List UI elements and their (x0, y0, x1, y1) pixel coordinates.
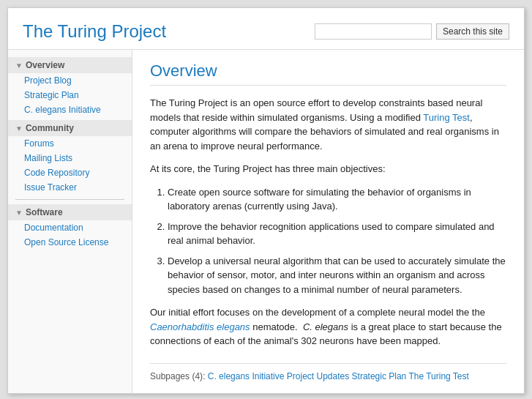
expand-arrow-overview: ▼ (15, 61, 23, 70)
page-container: The Turing Project Search this site ▼ Ov… (7, 7, 525, 394)
sidebar-item-project-blog[interactable]: Project Blog (8, 73, 132, 88)
sidebar-item-issue-tracker[interactable]: Issue Tracker (8, 180, 132, 195)
objective-2: Improve the behavior recognition applica… (168, 220, 506, 248)
subpage-strategic-plan[interactable]: Strategic Plan (352, 371, 407, 381)
sidebar-section-community: ▼ Community Forums Mailing Lists Code Re… (8, 120, 132, 195)
sidebar-item-code-repository[interactable]: Code Repository (8, 165, 132, 180)
main-content: Overview The Turing Project is an open s… (132, 50, 524, 393)
page-heading: Overview (150, 61, 506, 86)
objectives-list: Create open source software for simulati… (168, 185, 506, 297)
sidebar-item-open-source-license[interactable]: Open Source License (8, 235, 132, 250)
expand-arrow-community: ▼ (15, 124, 23, 133)
sidebar-divider (15, 199, 124, 200)
subpages-section: Subpages (4): C. elegans Initiative Proj… (150, 363, 506, 381)
sidebar-section-header-overview[interactable]: ▼ Overview (8, 57, 132, 73)
expand-arrow-software: ▼ (15, 209, 23, 217)
sidebar-section-software: ▼ Software Documentation Open Source Lic… (8, 204, 132, 250)
header: The Turing Project Search this site (8, 8, 524, 50)
search-button[interactable]: Search this site (436, 23, 509, 40)
turing-test-link[interactable]: Turing Test (423, 112, 470, 123)
search-input[interactable] (315, 23, 432, 40)
objective-3: Develop a universal neural algorithm tha… (168, 254, 506, 297)
sidebar-section-header-community[interactable]: ▼ Community (8, 120, 132, 136)
sidebar-section-label-overview: Overview (26, 60, 64, 70)
subpage-c-elegans[interactable]: C. elegans Initiative (208, 371, 285, 381)
site-title: The Turing Project (23, 21, 166, 42)
objective-1: Create open source software for simulati… (168, 185, 506, 214)
sidebar-item-mailing-lists[interactable]: Mailing Lists (8, 151, 132, 165)
sidebar-item-strategic-plan[interactable]: Strategic Plan (8, 88, 132, 102)
sidebar: ▼ Overview Project Blog Strategic Plan C… (8, 50, 132, 393)
subpage-project-updates[interactable]: Project Updates (287, 371, 349, 381)
objectives-intro: At its core, the Turing Project has thre… (150, 162, 506, 176)
sidebar-section-label-software: Software (26, 207, 63, 217)
closing-paragraph: Our initial effort focuses on the develo… (150, 305, 506, 348)
content-area: ▼ Overview Project Blog Strategic Plan C… (8, 50, 524, 393)
intro-paragraph: The Turing Project is an open source eff… (150, 96, 506, 153)
c-elegans-link[interactable]: Caenorhabditis elegans (150, 321, 250, 332)
search-area: Search this site (315, 23, 509, 40)
subpages-label: Subpages (4): (150, 371, 205, 381)
sidebar-item-forums[interactable]: Forums (8, 136, 132, 151)
subpage-turing-test[interactable]: The Turing Test (408, 371, 469, 381)
sidebar-section-overview: ▼ Overview Project Blog Strategic Plan C… (8, 57, 132, 117)
sidebar-item-c-elegans-initiative[interactable]: C. elegans Initiative (8, 102, 132, 117)
sidebar-section-label-community: Community (26, 123, 74, 133)
sidebar-section-header-software[interactable]: ▼ Software (8, 204, 132, 220)
sidebar-item-documentation[interactable]: Documentation (8, 220, 132, 235)
